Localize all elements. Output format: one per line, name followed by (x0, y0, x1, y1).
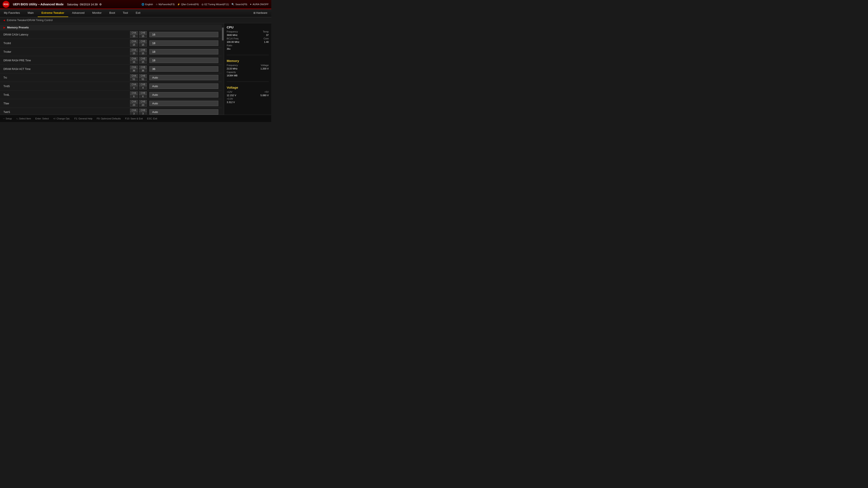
gear-icon[interactable]: ⚙ (99, 3, 102, 6)
timing-row[interactable]: DRAM RAS# PRE Time CHA 15 CHB 15 18 (0, 56, 222, 65)
scroll-track[interactable] (222, 23, 224, 115)
cha-val-1: 15 (130, 43, 138, 46)
breadcrumb-arrow: ◄ (3, 19, 6, 22)
nav-exit[interactable]: Exit (132, 9, 144, 17)
cha-label-3: CHA (130, 57, 137, 60)
timing-row[interactable]: Tfaw CHA 23 CHB 23 Auto (0, 99, 222, 108)
chb-label-7: CHB (139, 92, 147, 95)
channel-a-box-5: CHA 51 (130, 74, 138, 81)
cha-label-1: CHA (130, 40, 137, 43)
timing-value-box-0[interactable]: 16 (149, 32, 218, 37)
status-defaults: F9: Optimized Defaults (97, 117, 121, 120)
timing-label-3: DRAM RAS# PRE Time (3, 59, 55, 62)
timing-row[interactable]: TrrdL CHA 6 CHB 6 Auto (0, 91, 222, 99)
timing-label-2: Trcdwr (3, 51, 55, 53)
channel-a-box-6: CHA 4 (130, 83, 138, 90)
timing-value-box-1[interactable]: 18 (149, 40, 218, 46)
timing-value-box-7[interactable]: Auto (149, 92, 218, 97)
v12-val: 12.152 V (227, 94, 236, 97)
timing-value-box-8[interactable]: Auto (149, 101, 218, 106)
timing-value-box-6[interactable]: Auto (149, 84, 218, 89)
cha-label-7: CHA (130, 92, 137, 95)
nav-extreme-tweaker[interactable]: Extreme Tweaker (38, 9, 68, 17)
channel-a-box-4: CHA 36 (130, 66, 138, 72)
cpu-frequency-row: Frequency Temp (227, 30, 269, 33)
channel-b-box-6: CHB 4 (139, 83, 147, 90)
cha-val-2: 15 (130, 52, 138, 55)
status-enter: Enter: Select (35, 117, 49, 120)
cha-val-8: 23 (130, 103, 138, 107)
timing-value-box-5[interactable]: Auto (149, 75, 218, 80)
chb-label-4: CHB (139, 66, 147, 69)
timing-row[interactable]: Trc CHA 51 CHB 51 Auto (0, 73, 222, 82)
channel-b-box-1: CHB 15 (139, 40, 147, 46)
header-tools: 🌐 English ☆ MyFavorite(F3) ⚡ Qfan Contro… (142, 3, 269, 6)
cha-label-4: CHA (130, 66, 137, 69)
channel-b-box-9: CHB 3 (139, 109, 147, 115)
timing-row[interactable]: Trcdwr CHA 15 CHB 15 18 (0, 47, 222, 56)
nav-my-favorites[interactable]: My Favorites (0, 9, 24, 17)
mem-freq-val-row: 2133 MHz 1.200 V (227, 67, 269, 70)
status-help: F1: General Help (74, 117, 92, 120)
breadcrumb: ◄ Extreme Tweaker\DRAM Timing Control (0, 17, 271, 23)
voltage-section: Voltage +12V +5V 12.152 V 5.080 V +3.3V … (227, 86, 269, 104)
memory-presets-row[interactable]: ▶ Memory Presets (0, 25, 222, 30)
cpu-bclk-row: BCLK Freq Core (227, 37, 269, 40)
memory-title: Memory (227, 59, 269, 63)
mem-freq-val: 2133 MHz (227, 67, 238, 70)
mem-voltage-val: 1.200 V (260, 67, 269, 70)
cpu-ratio-row: Ratio (227, 44, 269, 47)
channel-b-box-8: CHB 23 (139, 100, 147, 107)
chb-val-3: 15 (139, 60, 147, 64)
nav-main[interactable]: Main (24, 9, 37, 17)
cpu-bclk-val-row: 100.00 MHz 1.40 (227, 41, 269, 43)
qfan-tool[interactable]: ⚡ Qfan Control(F6) (177, 3, 199, 6)
nav-hardware[interactable]: ⊞ Hardware (249, 9, 271, 17)
cha-label-9: CHA (130, 109, 137, 112)
timing-row[interactable]: Trcdrd CHA 15 CHB 15 18 (0, 39, 222, 47)
language-tool[interactable]: 🌐 English (142, 3, 153, 6)
scroll-thumb[interactable] (222, 28, 224, 40)
nav-monitor[interactable]: Monitor (88, 9, 105, 17)
chb-val-9: 3 (139, 112, 147, 115)
header-bar: ROG UEFI BIOS Utility – Advanced Mode Sa… (0, 0, 271, 9)
v33-val: 3.312 V (227, 101, 235, 103)
header-title: UEFI BIOS Utility – Advanced Mode (13, 3, 63, 6)
timing-row[interactable]: TwtrS CHA 3 CHB 3 Auto (0, 108, 222, 115)
timing-row[interactable]: DRAM RAS# ACT Time CHA 36 CHB 36 36 (0, 65, 222, 73)
content-area: ▶ Memory Presets DRAM CAS# Latency CHA 1… (0, 23, 222, 115)
timing-value-box-9[interactable]: Auto (149, 109, 218, 115)
chb-label-0: CHB (139, 31, 147, 34)
nav-tool[interactable]: Tool (119, 9, 132, 17)
cha-val-5: 51 (130, 77, 138, 81)
v33-val-row: 3.312 V (227, 101, 269, 103)
timing-row[interactable]: DRAM CAS# Latency CHA 15 CHB 15 16 (0, 30, 222, 39)
nav-bar: My Favorites Main Extreme Tweaker Advanc… (0, 9, 271, 17)
v33-row: +3.3V (227, 97, 269, 100)
chb-label-2: CHB (139, 48, 147, 52)
v33-label: +3.3V (227, 97, 233, 100)
cpu-temp-val: 37 (266, 34, 269, 36)
aura-tool[interactable]: ✦ AURA ON/OFF (250, 3, 269, 6)
nav-boot[interactable]: Boot (105, 9, 119, 17)
mem-capacity-val-row: 16384 MB (227, 74, 269, 77)
timing-row[interactable]: TrrdS CHA 4 CHB 4 Auto (0, 82, 222, 91)
timing-value-box-2[interactable]: 18 (149, 49, 218, 55)
myfavorite-tool[interactable]: ☆ MyFavorite(F3) (156, 3, 175, 6)
timing-label-8: Tfaw (3, 102, 55, 105)
eztuning-tool[interactable]: ◎ EZ Tuning Wizard(F11) (202, 3, 229, 6)
cpu-core-val: 1.40 (264, 41, 269, 43)
timing-label-6: TrrdS (3, 85, 55, 88)
search-tool[interactable]: 🔍 Search(F9) (231, 3, 247, 6)
cha-val-6: 4 (130, 86, 138, 90)
v12-row: +12V +5V (227, 91, 269, 93)
timing-value-box-3[interactable]: 18 (149, 58, 218, 63)
v12-val-row: 12.152 V 5.080 V (227, 94, 269, 97)
cpu-section: CPU Frequency Temp 3600 MHz 37 BCLK Freq… (227, 25, 269, 51)
timing-channels-9: CHA 3 CHB 3 (130, 109, 147, 115)
status-setup: → Setup (3, 117, 12, 120)
timing-value-box-4[interactable]: 36 (149, 66, 218, 72)
v5-label: +5V (265, 91, 269, 93)
nav-advanced[interactable]: Advanced (68, 9, 89, 17)
timing-channels-6: CHA 4 CHB 4 (130, 83, 147, 90)
